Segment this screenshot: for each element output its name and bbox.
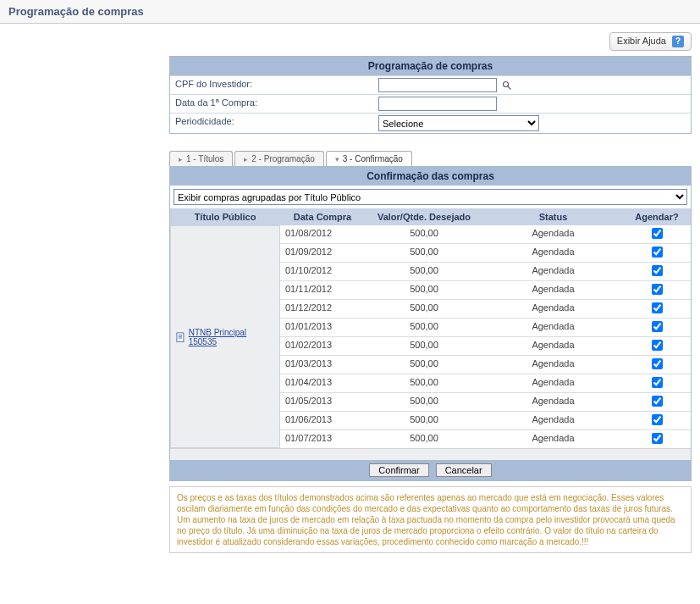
period-label: Periodicidade: [170, 114, 373, 133]
cell-status: Agendada [483, 244, 623, 262]
agendar-checkbox[interactable] [652, 358, 663, 369]
cell-status: Agendada [483, 300, 623, 318]
table-row: 01/12/2012500,00Agendada [280, 299, 691, 318]
cpf-label: CPF do Investidor: [170, 76, 373, 94]
cpf-input[interactable] [378, 78, 497, 92]
tab-programacao[interactable]: ▸ 2 - Programação [234, 151, 323, 166]
wizard-tabs: ▸ 1 - Títulos ▸ 2 - Programação ▾ 3 - Co… [169, 151, 692, 166]
cell-status: Agendada [483, 412, 623, 429]
cell-data: 01/11/2012 [280, 281, 365, 299]
table-footer-spacer [170, 448, 691, 460]
tab-titulos[interactable]: ▸ 1 - Títulos [169, 151, 233, 166]
cancel-button[interactable]: Cancelar [436, 463, 492, 477]
grouping-select[interactable]: Exibir compras agrupadas por Título Públ… [174, 189, 687, 205]
table-row: 01/07/2013500,00Agendada [280, 429, 691, 448]
chevron-right-icon: ▸ [179, 155, 183, 163]
cell-status: Agendada [483, 393, 623, 411]
col-valor: Valor/Qtde. Desejado [365, 208, 483, 225]
help-label: Exibir Ajuda [617, 36, 666, 46]
chevron-down-icon: ▾ [335, 155, 339, 163]
agendar-checkbox[interactable] [652, 284, 663, 295]
cell-valor: 500,00 [365, 337, 483, 355]
confirmation-title: Confirmação das compras [170, 167, 691, 186]
cell-data: 01/02/2013 [280, 337, 365, 355]
cell-valor: 500,00 [365, 225, 483, 243]
confirm-button[interactable]: Confirmar [369, 463, 428, 477]
table-row: 01/11/2012500,00Agendada [280, 280, 691, 299]
agendar-checkbox[interactable] [652, 302, 663, 313]
cell-status: Agendada [483, 263, 623, 280]
cell-valor: 500,00 [365, 356, 483, 374]
data1-label: Data da 1ª Compra: [170, 95, 373, 113]
help-button[interactable]: Exibir Ajuda ? [609, 32, 692, 51]
tab-confirmacao[interactable]: ▾ 3 - Confirmação [326, 151, 412, 166]
cell-valor: 500,00 [365, 263, 483, 280]
cell-valor: 500,00 [365, 319, 483, 336]
table-header: Título Público Data Compra Valor/Qtde. D… [170, 208, 691, 225]
cell-data: 01/07/2013 [280, 430, 365, 448]
table-row: 01/09/2012500,00Agendada [280, 243, 691, 262]
search-icon[interactable] [502, 80, 512, 91]
col-agendar: Agendar? [623, 208, 691, 225]
data1-input[interactable] [378, 97, 497, 111]
svg-rect-2 [177, 332, 184, 341]
cell-valor: 500,00 [365, 281, 483, 299]
agendar-checkbox[interactable] [652, 228, 663, 239]
cell-data: 01/06/2013 [280, 412, 365, 429]
form-panel-title: Programação de compras [170, 57, 691, 75]
cell-data: 01/12/2012 [280, 300, 365, 318]
cell-valor: 500,00 [365, 393, 483, 411]
group-cell: NTNB Principal 150535 [170, 225, 280, 448]
cell-data: 01/04/2013 [280, 374, 365, 392]
cell-valor: 500,00 [365, 244, 483, 262]
cell-data: 01/09/2012 [280, 244, 365, 262]
cell-data: 01/01/2013 [280, 319, 365, 336]
col-titulo: Título Público [170, 208, 280, 225]
table-row: 01/06/2013500,00Agendada [280, 411, 691, 429]
table-row: 01/03/2013500,00Agendada [280, 355, 691, 374]
table-row: 01/04/2013500,00Agendada [280, 374, 691, 392]
agendar-checkbox[interactable] [652, 265, 663, 276]
cell-data: 01/08/2012 [280, 225, 365, 243]
cell-status: Agendada [483, 430, 623, 448]
disclaimer-text: Os preços e as taxas dos títulos demonst… [169, 486, 692, 553]
cell-valor: 500,00 [365, 300, 483, 318]
svg-point-0 [504, 81, 509, 86]
help-icon: ? [672, 36, 684, 47]
agendar-checkbox[interactable] [652, 377, 663, 388]
cell-status: Agendada [483, 356, 623, 374]
agendar-checkbox[interactable] [652, 396, 663, 407]
agendar-checkbox[interactable] [652, 340, 663, 351]
cell-status: Agendada [483, 225, 623, 243]
document-icon [176, 332, 185, 342]
titulo-link[interactable]: NTNB Principal 150535 [189, 328, 274, 346]
col-data: Data Compra [280, 208, 365, 225]
cell-valor: 500,00 [365, 374, 483, 392]
table-row: 01/02/2013500,00Agendada [280, 336, 691, 355]
table-row: 01/10/2012500,00Agendada [280, 262, 691, 280]
cell-valor: 500,00 [365, 412, 483, 429]
cell-status: Agendada [483, 319, 623, 336]
table-row: 01/08/2012500,00Agendada [280, 225, 691, 243]
cell-data: 01/05/2013 [280, 393, 365, 411]
period-select[interactable]: Selecione [378, 115, 539, 131]
table-row: 01/01/2013500,00Agendada [280, 318, 691, 336]
confirmation-panel: Confirmação das compras Exibir compras a… [169, 166, 692, 481]
cell-data: 01/03/2013 [280, 356, 365, 374]
cell-data: 01/10/2012 [280, 263, 365, 280]
cell-status: Agendada [483, 374, 623, 392]
agendar-checkbox[interactable] [652, 433, 663, 444]
agendar-checkbox[interactable] [652, 414, 663, 425]
cell-valor: 500,00 [365, 430, 483, 448]
agendar-checkbox[interactable] [652, 247, 663, 258]
agendar-checkbox[interactable] [652, 321, 663, 332]
col-status: Status [483, 208, 623, 225]
form-panel: Programação de compras CPF do Investidor… [169, 56, 692, 134]
cell-status: Agendada [483, 337, 623, 355]
cell-status: Agendada [483, 281, 623, 299]
page-title: Programação de compras [0, 0, 700, 24]
table-row: 01/05/2013500,00Agendada [280, 392, 691, 411]
svg-line-1 [508, 86, 511, 89]
chevron-right-icon: ▸ [244, 155, 248, 163]
